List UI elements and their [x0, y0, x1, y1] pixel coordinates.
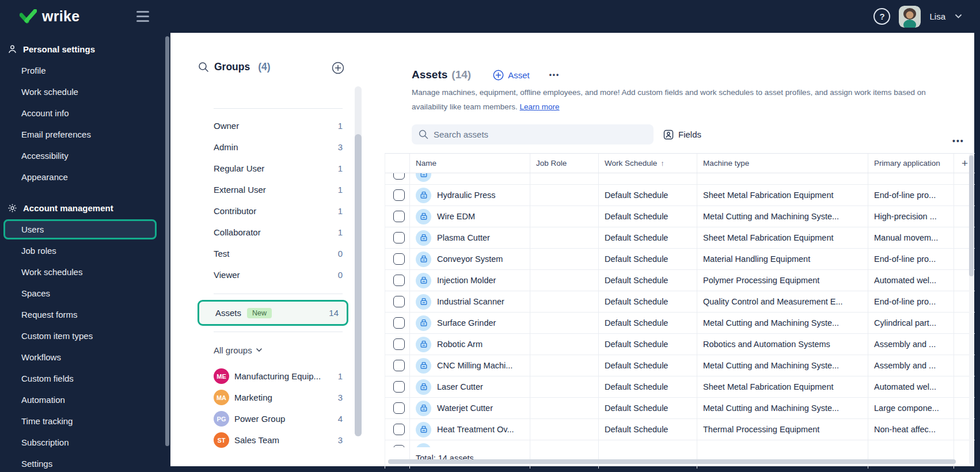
sidebar-item-custom-fields[interactable]: Custom fields — [0, 368, 170, 389]
group-row-viewer[interactable]: Viewer0 — [214, 264, 343, 286]
sidebar-scrollbar[interactable] — [165, 36, 169, 446]
table-row-conveyor-system[interactable]: Conveyor SystemDefault ScheduleMaterial … — [385, 249, 975, 270]
groups-scrollbar-thumb[interactable] — [355, 134, 362, 436]
table-row-robotic-arm[interactable]: Robotic ArmDefault ScheduleRobotics and … — [385, 334, 975, 355]
table-row-wire-edm[interactable]: Wire EDMDefault ScheduleMetal Cutting an… — [385, 206, 975, 227]
work-schedule-cell: Default Schedule — [599, 419, 697, 440]
table-more-icon[interactable]: ••• — [952, 136, 964, 146]
help-icon[interactable]: ? — [873, 8, 890, 25]
work-schedule-cell: Default Schedule — [599, 185, 697, 205]
sidebar-item-work-schedules[interactable]: Work schedules — [0, 261, 170, 283]
vertical-scrollbar[interactable] — [969, 154, 974, 465]
group-row-manufacturing-equip[interactable]: MEManufacturing Equip...1 — [214, 366, 343, 387]
sidebar-item-account-info[interactable]: Account info — [0, 102, 170, 124]
group-row-contributor[interactable]: Contributor1 — [214, 200, 343, 222]
search-assets-box[interactable] — [412, 124, 654, 144]
sidebar-item-assets[interactable]: Assets New 14 — [197, 300, 348, 326]
sidebar-item-appearance[interactable]: Appearance — [0, 166, 170, 188]
settings-sidebar: Personal settingsProfileWork scheduleAcc… — [0, 33, 170, 472]
table-row[interactable] — [385, 440, 975, 447]
table-row-hydraulic-press[interactable]: Hydraulic PressDefault ScheduleSheet Met… — [385, 185, 975, 206]
table-row-heat-treatment-ov[interactable]: Heat Treatment Ov...Default ScheduleTher… — [385, 419, 975, 440]
table-row-cnc-milling-machi[interactable]: CNC Milling Machi...Default ScheduleMeta… — [385, 355, 975, 376]
row-checkbox[interactable] — [393, 173, 405, 180]
row-checkbox[interactable] — [393, 317, 405, 329]
row-checkbox[interactable] — [393, 338, 405, 350]
table-row-waterjet-cutter[interactable]: Waterjet CutterDefault ScheduleMetal Cut… — [385, 398, 975, 419]
row-checkbox[interactable] — [393, 275, 405, 286]
sidebar-item-profile[interactable]: Profile — [0, 60, 170, 81]
sidebar-item-subscription[interactable]: Subscription — [0, 432, 170, 453]
add-group-icon[interactable] — [332, 62, 344, 74]
row-checkbox[interactable] — [393, 232, 405, 243]
table-row-plasma-cutter[interactable]: Plasma CutterDefault ScheduleSheet Metal… — [385, 227, 975, 249]
work-schedule-cell — [599, 173, 697, 184]
row-checkbox[interactable] — [393, 360, 405, 371]
group-row-power-group[interactable]: PGPower Group4 — [214, 408, 343, 429]
column-header-machine-type[interactable]: Machine type — [697, 154, 868, 173]
learn-more-link[interactable]: Learn more — [520, 102, 560, 111]
group-row-marketing[interactable]: MAMarketing3 — [214, 387, 343, 408]
column-header-name[interactable]: Name — [410, 154, 530, 173]
sidebar-item-settings[interactable]: Settings — [0, 453, 170, 472]
wrike-logo[interactable]: wrike — [20, 8, 79, 25]
job-role-cell — [530, 206, 599, 227]
fields-button[interactable]: Fields — [663, 127, 701, 142]
sidebar-item-spaces[interactable]: Spaces — [0, 283, 170, 304]
horizontal-scrollbar[interactable] — [388, 459, 956, 464]
sidebar-item-users[interactable]: Users — [3, 219, 157, 239]
work-schedule-cell: Default Schedule — [599, 313, 697, 333]
group-row-admin[interactable]: Admin3 — [214, 136, 343, 158]
search-icon[interactable] — [198, 62, 209, 73]
row-checkbox[interactable] — [393, 189, 405, 201]
group-row-count: 3 — [338, 435, 343, 445]
column-header-primary-application[interactable]: Primary application — [868, 154, 954, 173]
sidebar-item-custom-item-types[interactable]: Custom item types — [0, 325, 170, 347]
group-row-regular-user[interactable]: Regular User1 — [214, 158, 343, 179]
asset-name: Laser Cutter — [437, 382, 483, 391]
group-row-collaborator[interactable]: Collaborator1 — [214, 222, 343, 243]
sidebar-item-email-preferences[interactable]: Email preferences — [0, 124, 170, 145]
sidebar-item-automation[interactable]: Automation — [0, 389, 170, 410]
group-row-test[interactable]: Test0 — [214, 243, 343, 264]
column-header-work-schedule[interactable]: Work Schedule↑ — [599, 154, 697, 173]
chevron-down-icon[interactable] — [955, 14, 962, 18]
assets-table: NameJob RoleWork Schedule↑Machine typePr… — [385, 153, 975, 469]
row-checkbox[interactable] — [393, 424, 405, 435]
sidebar-item-accessibility[interactable]: Accessibility — [0, 145, 170, 166]
table-row-industrial-scanner[interactable]: Industrial ScannerDefault ScheduleQualit… — [385, 291, 975, 313]
table-row-injection-molder[interactable]: Injection MolderDefault SchedulePolymer … — [385, 270, 975, 291]
menu-icon[interactable] — [136, 11, 149, 22]
sidebar-item-job-roles[interactable]: Job roles — [0, 240, 170, 261]
row-checkbox[interactable] — [393, 253, 405, 265]
groups-scrollbar[interactable] — [355, 86, 362, 436]
row-checkbox[interactable] — [393, 402, 405, 414]
row-checkbox-cell — [385, 334, 410, 355]
vertical-scrollbar-thumb[interactable] — [969, 155, 974, 276]
machine-type-cell: Sheet Metal Fabrication Equipment — [697, 185, 868, 205]
user-name[interactable]: Lisa — [929, 12, 945, 21]
row-checkbox[interactable] — [393, 211, 405, 222]
group-row-owner[interactable]: Owner1 — [214, 115, 343, 136]
work-schedule-cell: Default Schedule — [599, 376, 697, 397]
add-asset-button[interactable]: Asset — [493, 70, 530, 81]
group-row-count: 1 — [338, 227, 343, 237]
search-assets-input[interactable] — [434, 130, 647, 139]
more-actions-icon[interactable]: ••• — [549, 71, 560, 79]
table-row-surface-grinder[interactable]: Surface GrinderDefault ScheduleMetal Cut… — [385, 313, 975, 334]
row-checkbox[interactable] — [393, 381, 405, 393]
column-header-job-role[interactable]: Job Role — [530, 154, 599, 173]
asset-name: Waterjet Cutter — [437, 404, 493, 413]
avatar[interactable] — [899, 6, 921, 28]
sidebar-item-workflows[interactable]: Workflows — [0, 347, 170, 368]
table-row-laser-cutter[interactable]: Laser CutterDefault ScheduleSheet Metal … — [385, 376, 975, 398]
all-groups-dropdown[interactable]: All groups — [214, 342, 262, 357]
table-row[interactable] — [385, 173, 975, 185]
sidebar-item-work-schedule[interactable]: Work schedule — [0, 81, 170, 102]
sidebar-item-time-tracking[interactable]: Time tracking — [0, 410, 170, 432]
group-row-external-user[interactable]: External User1 — [214, 179, 343, 200]
sidebar-sections: Personal settingsProfileWork scheduleAcc… — [0, 33, 170, 472]
group-row-sales-team[interactable]: STSales Team3 — [214, 429, 343, 451]
sidebar-item-request-forms[interactable]: Request forms — [0, 304, 170, 325]
row-checkbox[interactable] — [393, 296, 405, 307]
